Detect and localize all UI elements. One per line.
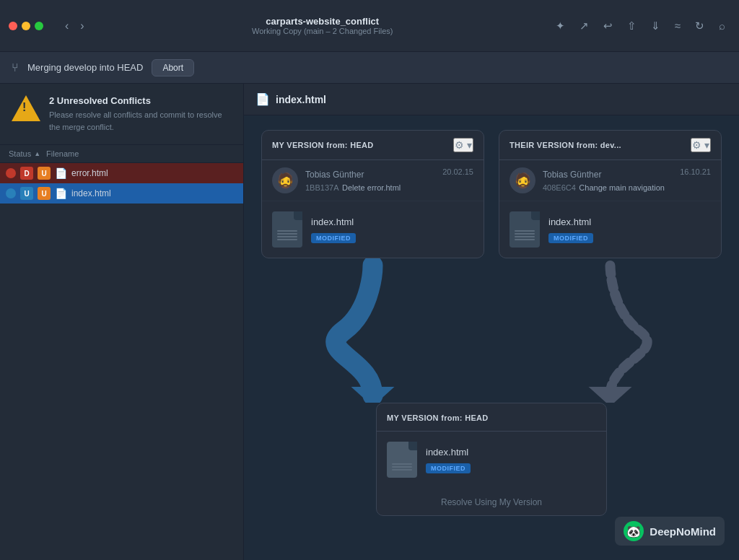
repo-name: carparts-website_conflict: [100, 16, 545, 27]
file-name-error: error.html: [71, 168, 108, 178]
fetch-icon-btn[interactable]: ⇓: [646, 17, 665, 35]
search-icon-btn[interactable]: ⌕: [714, 17, 730, 35]
svg-marker-2: [589, 387, 632, 403]
merge-text: Merging develop into HEAD: [27, 62, 143, 73]
left-arrow-svg: [261, 258, 484, 403]
toolbar-actions: ✦ ↗ ↩ ⇧ ⇓ ≈ ↻ ⌕: [551, 17, 730, 35]
my-version-gear-button[interactable]: ⚙ ▾: [453, 138, 473, 152]
status-circle-red: [6, 168, 16, 178]
my-version-hash: 1BB137A: [305, 183, 338, 192]
result-file-doc-icon: [387, 442, 417, 478]
forward-button[interactable]: ›: [76, 17, 88, 35]
content-file-icon: 📄: [255, 92, 270, 106]
my-version-label: MY VERSION from: HEAD: [272, 141, 374, 149]
doc-line: [277, 233, 297, 235]
conflict-title: 2 Unresolved Conflicts: [49, 95, 232, 106]
my-version-modified-badge: MODIFIED: [311, 233, 356, 243]
undo-icon-btn[interactable]: ↩: [598, 17, 618, 35]
file-doc-lines: [277, 230, 297, 240]
result-card-header: MY VERSION from: HEAD: [377, 403, 606, 432]
my-version-commit: 🧔 Tobias Günther 20.02.15 1BB137A Delete…: [262, 160, 484, 201]
back-button[interactable]: ‹: [61, 17, 73, 35]
doc-line: [392, 466, 412, 468]
titlebar: ‹ › carparts-website_conflict Working Co…: [0, 0, 739, 52]
titlebar-center: carparts-website_conflict Working Copy (…: [100, 16, 545, 35]
file-icon: 📄: [55, 188, 67, 199]
their-version-hash: 408E6C4: [543, 183, 576, 192]
their-version-commit-line2: 408E6C4 Change main navigation: [543, 180, 711, 193]
doc-line: [515, 236, 535, 237]
conflict-desc: Please resolve all conflicts and commit …: [49, 109, 232, 133]
conflict-banner: 2 Unresolved Conflicts Please resolve al…: [0, 84, 243, 145]
bottom-section: MY VERSION from: HEAD index.html: [261, 403, 722, 528]
my-version-commit-line2: 1BB137A Delete error.html: [305, 180, 473, 193]
file-doc-lines: [515, 230, 535, 240]
refresh-icon-btn[interactable]: ↻: [690, 17, 709, 35]
doc-line: [277, 230, 297, 232]
content-area: 📄 index.html MY VERSION from: HEAD ⚙ ▾ 🧔: [244, 84, 739, 560]
magic-icon-btn[interactable]: ✦: [551, 17, 570, 35]
badge-u-1: U: [38, 167, 51, 180]
their-version-modified-badge: MODIFIED: [548, 233, 593, 243]
file-icon: 📄: [55, 167, 67, 179]
my-version-card: MY VERSION from: HEAD ⚙ ▾ 🧔 Tobias Günth…: [261, 130, 484, 258]
status-column-header[interactable]: Status ▲: [9, 149, 40, 158]
sidebar: 2 Unresolved Conflicts Please resolve al…: [0, 84, 244, 560]
result-file-entry: index.html MODIFIED: [377, 432, 606, 488]
their-version-file-info: index.html MODIFIED: [548, 216, 593, 243]
my-version-filename: index.html: [311, 216, 356, 227]
status-circle-blue: [6, 188, 16, 198]
close-button[interactable]: [9, 22, 17, 30]
file-row[interactable]: U U 📄 index.html: [0, 183, 243, 204]
doc-line: [277, 239, 297, 240]
my-version-commit-info: Tobias Günther 20.02.15 1BB137A Delete e…: [305, 167, 473, 193]
their-version-gear-button[interactable]: ⚙ ▾: [691, 138, 711, 152]
doc-line: [515, 239, 535, 240]
nav-buttons: ‹ ›: [61, 17, 89, 35]
doc-line: [515, 230, 535, 232]
warning-triangle: [12, 95, 40, 121]
result-file-info: index.html MODIFIED: [426, 447, 471, 473]
file-row[interactable]: D U 📄 error.html: [0, 163, 243, 183]
badge-u-2: U: [20, 187, 33, 200]
my-version-msg: Delete error.html: [342, 183, 401, 192]
merge-bar: ⑂ Merging develop into HEAD Abort: [0, 52, 739, 84]
result-filename: index.html: [426, 447, 471, 458]
svg-marker-1: [351, 387, 395, 403]
my-version-file-doc-icon: [272, 211, 302, 248]
result-label: MY VERSION from: HEAD: [387, 414, 489, 422]
doc-line: [515, 233, 535, 235]
repo-subtitle: Working Copy (main – 2 Changed Files): [100, 27, 545, 35]
watermark-text: DeepNoMind: [650, 525, 716, 538]
watermark-icon: 🐼: [624, 521, 644, 541]
maximize-button[interactable]: [35, 22, 43, 30]
doc-line: [277, 236, 297, 237]
their-version-avatar: 🧔: [510, 167, 535, 193]
watermark: 🐼 DeepNoMind: [615, 517, 725, 546]
file-list: D U 📄 error.html U U 📄 index.html: [0, 163, 243, 560]
their-version-commit: 🧔 Tobias Günther 16.10.21 408E6C4 Change…: [499, 160, 721, 201]
content-title: index.html: [276, 94, 326, 105]
their-version-file-doc-icon: [510, 211, 540, 248]
right-arrow-col: [499, 258, 722, 403]
badge-d: D: [20, 167, 33, 180]
minimize-button[interactable]: [22, 22, 30, 30]
status-label: Status: [9, 149, 31, 158]
my-version-author-name: Tobias Günther: [305, 170, 364, 180]
warning-icon: [12, 95, 40, 121]
main-layout: 2 Unresolved Conflicts Please resolve al…: [0, 84, 739, 560]
abort-button[interactable]: Abort: [152, 59, 194, 76]
my-version-avatar: 🧔: [272, 167, 298, 193]
my-version-file-info: index.html MODIFIED: [311, 216, 356, 243]
their-version-header: THEIR VERSION from: dev... ⚙ ▾: [499, 131, 721, 160]
share-icon-btn[interactable]: ↗: [574, 17, 594, 35]
content-header: 📄 index.html: [244, 84, 739, 115]
their-version-author-name: Tobias Günther: [543, 170, 601, 180]
push-icon-btn[interactable]: ⇧: [622, 17, 642, 35]
traffic-lights: [9, 22, 43, 30]
filename-column-header: Filename: [46, 149, 79, 158]
my-version-file-entry: index.html MODIFIED: [262, 201, 484, 258]
diff-icon-btn[interactable]: ≈: [670, 17, 686, 35]
my-version-date: 20.02.15: [442, 167, 473, 176]
their-version-commit-info: Tobias Günther 16.10.21 408E6C4 Change m…: [543, 167, 711, 193]
